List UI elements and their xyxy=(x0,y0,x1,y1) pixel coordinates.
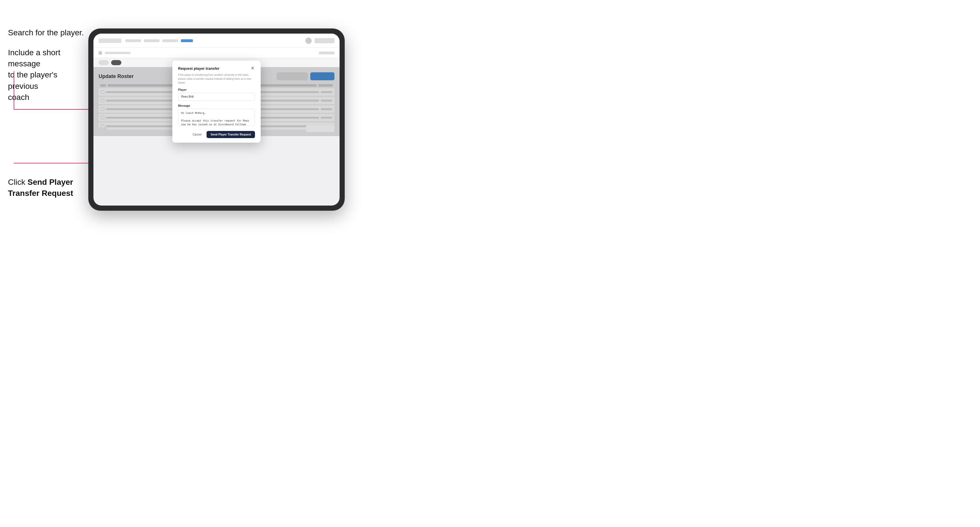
tab-2-selected xyxy=(111,60,121,65)
tab-1 xyxy=(99,60,109,65)
header-btn xyxy=(315,38,334,43)
footer-button xyxy=(306,125,334,132)
breadcrumb-icon xyxy=(99,51,102,55)
message-textarea[interactable]: Hi Coach McHarg, Please accept this tran… xyxy=(178,109,255,126)
annotation-search-text: Search for the player. xyxy=(8,27,84,38)
nav-item-2 xyxy=(144,39,159,42)
content-area: Update Roster xyxy=(94,67,340,136)
app-logo xyxy=(99,38,121,43)
user-avatar xyxy=(305,38,312,44)
nav-items xyxy=(125,39,193,42)
message-field-label: Message xyxy=(178,104,255,107)
arrow-line-v1 xyxy=(14,71,14,110)
player-search-input[interactable] xyxy=(178,93,255,101)
tablet-screen: Update Roster xyxy=(94,33,340,206)
modal-title: Request player transfer xyxy=(178,66,220,71)
footer-bar xyxy=(99,125,334,133)
nav-item-active xyxy=(181,39,193,42)
tablet-device: Update Roster xyxy=(88,29,345,211)
breadcrumb-text xyxy=(105,52,130,54)
app-header xyxy=(94,33,340,48)
modal-description: If the player is transferring from anoth… xyxy=(178,73,255,85)
sub-right-action xyxy=(319,52,334,54)
nav-item-3 xyxy=(162,39,178,42)
modal-close-button[interactable]: ✕ xyxy=(250,66,255,71)
sub-header xyxy=(94,48,340,58)
header-right xyxy=(305,38,334,44)
footer-link xyxy=(99,127,107,130)
player-field-label: Player xyxy=(178,88,255,91)
modal-header: Request player transfer ✕ xyxy=(178,66,255,71)
annotation-click-text: Click Send PlayerTransfer Request xyxy=(8,176,85,199)
annotation-message-text: Include a short messageto the player's p… xyxy=(8,47,85,103)
nav-item-1 xyxy=(125,39,141,42)
